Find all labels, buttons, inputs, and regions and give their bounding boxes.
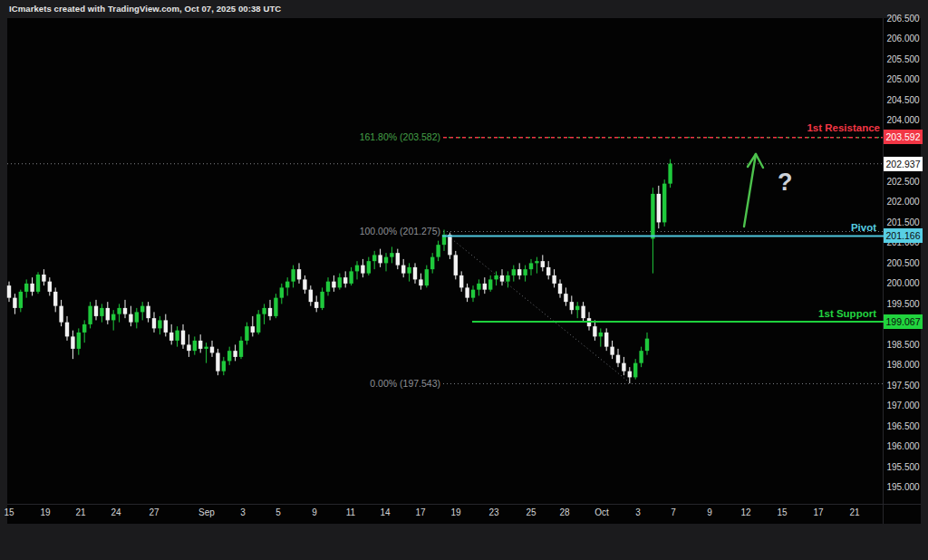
price-tick-label: 202.500 (884, 176, 923, 188)
time-axis-label: 14 (370, 507, 401, 517)
bottom-bar: TradingView (0, 524, 928, 560)
time-axis-label: 21 (839, 507, 870, 517)
time-axis-label: 25 (516, 507, 546, 517)
last-price-badge: 202.937 (884, 157, 923, 171)
first-support-label[interactable]: 1st Support (818, 308, 876, 319)
time-axis-label: 24 (101, 507, 131, 517)
time-axis-label: 23 (478, 507, 509, 517)
price-tick-label: 201.500 (884, 217, 923, 228)
question-mark-annotation[interactable]: ? (778, 169, 793, 197)
price-tick-label: 200.500 (884, 257, 923, 269)
price-tick-label: 204.500 (884, 94, 923, 106)
support-price-badge: 199.067 (884, 314, 923, 329)
time-axis-label: 12 (730, 507, 761, 517)
time-axis-label: 7 (658, 507, 689, 517)
pivot-label[interactable]: Pivot (851, 222, 876, 233)
first-resistance-label[interactable]: 1st Resistance (807, 122, 880, 133)
price-tick-label: 204.000 (884, 114, 923, 126)
time-axis-label: 19 (440, 507, 471, 517)
time-axis-label: 19 (30, 507, 61, 517)
price-tick-label: 199.500 (884, 298, 923, 310)
time-axis-label: 15 (0, 507, 24, 517)
price-tick-label: 205.000 (884, 73, 923, 85)
time-axis-label: 17 (803, 507, 834, 517)
chart-plot-area[interactable] (7, 18, 921, 524)
chart-attribution-text: ICmarkets created with TradingView.com, … (9, 4, 281, 14)
time-axis-label: 3 (623, 507, 653, 517)
price-tick-label: 197.500 (884, 380, 923, 391)
time-axis-label: 5 (263, 507, 294, 517)
time-axis-label: 28 (549, 507, 580, 517)
time-axis-label: 21 (65, 507, 96, 517)
price-tick-label: 202.000 (884, 196, 923, 208)
time-axis-label: Sep (191, 507, 222, 517)
price-tick-label: 197.000 (884, 400, 923, 411)
tradingview-chart-screenshot: ICmarkets created with TradingView.com, … (0, 0, 928, 560)
price-tick-label: 206.000 (884, 33, 923, 44)
top-bar: ICmarkets created with TradingView.com, … (0, 0, 928, 18)
time-axis-label: 9 (694, 507, 725, 517)
price-tick-label: 198.500 (884, 339, 923, 351)
price-tick-label: 196.500 (884, 420, 923, 432)
time-axis-label: 27 (139, 507, 169, 517)
time-axis-label: 3 (227, 507, 258, 517)
time-axis-label: 17 (405, 507, 436, 517)
fib-0-label[interactable]: 0.00% (197.543) (370, 378, 440, 389)
pivot-price-badge: 201.166 (884, 228, 923, 243)
price-tick-label: 198.000 (884, 359, 923, 371)
time-axis-label: 9 (299, 507, 330, 517)
resistance-price-badge: 203.592 (884, 130, 923, 144)
price-tick-label: 195.000 (884, 481, 923, 493)
price-tick-label: 200.000 (884, 277, 923, 289)
time-axis-border (7, 504, 921, 505)
price-tick-label: 195.500 (884, 461, 923, 473)
time-axis-label: 11 (335, 507, 366, 517)
time-axis-label: 15 (767, 507, 798, 517)
price-tick-label: 205.500 (884, 53, 923, 65)
price-tick-label: 206.500 (884, 13, 923, 24)
fib-161-8-label[interactable]: 161.80% (203.582) (360, 131, 440, 142)
price-tick-label: 196.000 (884, 440, 923, 452)
fib-100-label[interactable]: 100.00% (201.275) (360, 226, 440, 237)
time-axis-label: Oct (586, 507, 617, 517)
